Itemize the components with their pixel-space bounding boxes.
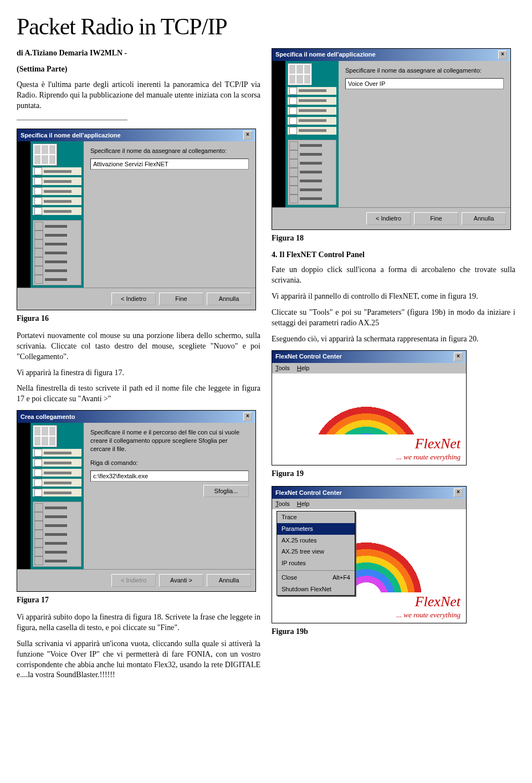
menu-help[interactable]: Help (297, 365, 310, 371)
para-pannello: Vi apparirà il pannello di controllo di … (272, 291, 515, 302)
intro-paragraph: Questa è l'ultima parte degli articoli i… (17, 80, 260, 111)
flexnet-dialog-19: FlexNet Control Center × Tools Help Flex… (272, 350, 467, 465)
dialog17-title: Crea collegamento (21, 413, 75, 421)
flexnet-slogan: ... we route everything (272, 452, 466, 465)
btn-avanti-17[interactable]: Avanti > (159, 574, 203, 587)
btn-fine-16[interactable]: Fine (159, 293, 203, 305)
para-fig17a: Vi apparirà subito dopo la finestra di f… (17, 612, 260, 633)
dialog-fig16: Specifica il nome dell'applicazione × (17, 129, 256, 310)
close-icon[interactable]: × (454, 352, 463, 361)
fig16-label: Figura 16 (17, 314, 260, 324)
btn-annulla-18[interactable]: Annulla (462, 212, 506, 225)
dialog17-label1: Specificare il nome e il percorso del fi… (90, 428, 249, 453)
btn-sfoglia[interactable]: Sfoglia... (203, 485, 249, 498)
btn-fine-18[interactable]: Fine (414, 212, 458, 225)
dialog-fig17: Crea collegamento × (17, 410, 256, 592)
btn-indietro-17: < Indietro (111, 574, 156, 587)
dialog16-label: Specificare il nome da assegnare al coll… (90, 147, 249, 155)
flexnet-brand: FlexNet (272, 434, 466, 452)
close-icon[interactable]: × (243, 131, 252, 140)
para-vi17: Vi apparirà la finestra di figura 17. (17, 368, 260, 378)
section-4-heading: 4. Il FlexNET Control Panel (272, 250, 515, 260)
dialog18-label: Specificare il nome da assegnare al coll… (345, 66, 504, 75)
flexnet-slogan-19b: ... we route everything (272, 610, 466, 623)
para-eseguendo: Eseguendo ciò, vi apparirà la schermata … (272, 334, 515, 345)
page-title: Packet Radio in TCP/IP (17, 11, 515, 43)
divider (17, 120, 127, 120)
para-nella: Nella finestrella di testo scrivete il p… (17, 383, 260, 405)
menu-item-parameters[interactable]: Parameters (277, 523, 355, 535)
tools-dropdown: Trace Parameters AX.25 routes AX.25 tree… (277, 511, 355, 596)
menu-tools-open[interactable]: Tools (275, 500, 290, 507)
part-label: (Settima Parte) (17, 64, 260, 75)
fig19b-label: Figura 19b (272, 627, 515, 637)
flexnet-dialog-19b: FlexNet Control Center × Tools Help Trac… (272, 486, 467, 623)
menu-help-19b[interactable]: Help (297, 500, 310, 507)
btn-annulla-17[interactable]: Annulla (207, 574, 251, 587)
byline: di A.Tiziano Demaria IW2MLN - (17, 48, 260, 59)
flexnet-title-19b: FlexNet Control Center (275, 489, 342, 497)
menu-item-ax25routes[interactable]: AX.25 routes (277, 535, 355, 546)
fig17-label: Figura 17 (17, 595, 260, 606)
menu-tools[interactable]: Tools (275, 365, 290, 371)
dialog17-label2: Riga di comando: (90, 459, 249, 467)
btn-annulla-16[interactable]: Annulla (207, 293, 251, 305)
menu-item-close[interactable]: CloseAlt+F4 (277, 572, 355, 584)
close-icon[interactable]: × (243, 412, 252, 421)
fig19-label: Figura 19 (272, 469, 515, 479)
dialog17-command-input[interactable] (90, 470, 249, 482)
dialog18-name-input[interactable] (345, 78, 504, 89)
fig18-label: Figura 18 (272, 233, 515, 244)
para-fate: Fate un doppio click sull'icona a forma … (272, 265, 515, 286)
dialog16-name-input[interactable] (90, 158, 249, 170)
para-cliccate: Cliccate su "Tools" e poi su "Parameters… (272, 308, 515, 329)
rainbow-icon (272, 373, 466, 434)
menu-item-shutdown[interactable]: Shutdown FlexNet (277, 584, 355, 595)
close-icon[interactable]: × (498, 50, 507, 59)
flexnet-title: FlexNet Control Center (275, 352, 342, 361)
btn-indietro-16[interactable]: < Indietro (111, 293, 156, 305)
dialog18-title: Specifica il nome dell'applicazione (275, 50, 376, 59)
dialog16-title: Specifica il nome dell'applicazione (21, 131, 121, 140)
menu-item-ax25tree[interactable]: AX.25 tree view (277, 546, 355, 557)
menu-item-iproutes[interactable]: IP routes (277, 557, 355, 569)
btn-indietro-18[interactable]: < Indietro (366, 212, 411, 225)
dialog-fig18: Specifica il nome dell'applicazione × (272, 48, 511, 230)
close-icon[interactable]: × (454, 488, 463, 497)
para-fig17b: Sulla scrivania vi apparirà un'icona vuo… (17, 639, 260, 681)
para-portatevi: Portatevi nuovamente col mouse su una po… (17, 331, 260, 362)
menu-item-trace[interactable]: Trace (277, 511, 355, 523)
